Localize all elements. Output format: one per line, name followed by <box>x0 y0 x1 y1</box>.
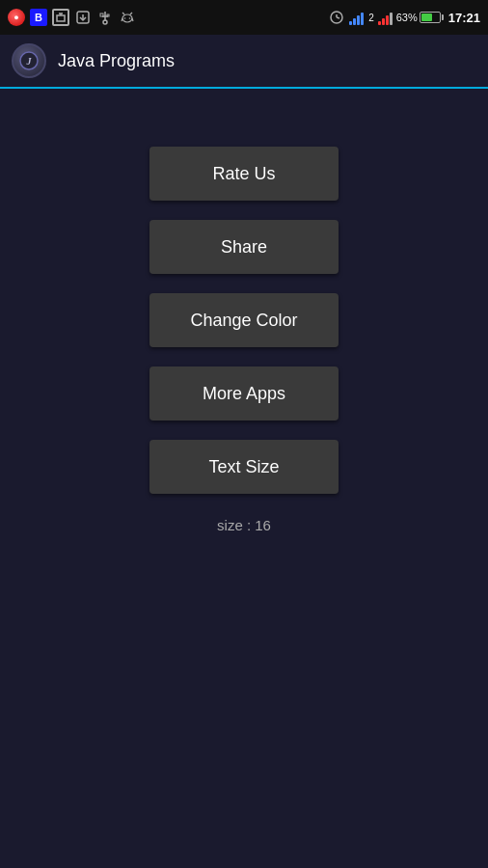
svg-point-10 <box>122 14 132 22</box>
app-header: J Java Programs <box>0 35 488 89</box>
battery-container: 63% <box>396 12 441 23</box>
usb-icon <box>96 9 114 26</box>
svg-point-9 <box>103 20 107 24</box>
battery-icon <box>420 12 441 23</box>
svg-point-16 <box>129 17 131 19</box>
svg-point-15 <box>124 17 126 19</box>
svg-rect-8 <box>107 14 109 16</box>
time-display: 17:21 <box>448 11 480 25</box>
clock-icon <box>328 9 345 26</box>
box-icon <box>52 9 69 26</box>
notification-icon: ● <box>8 9 25 26</box>
app-icon: J <box>12 43 46 78</box>
status-bar: ● B <box>0 0 488 35</box>
signal-bars-1 <box>349 10 364 25</box>
battery-fill <box>421 14 432 21</box>
b-app-icon: B <box>30 9 47 26</box>
main-content: Rate Us Share Change Color More Apps Tex… <box>0 89 488 868</box>
battery-percent: 63% <box>396 12 418 23</box>
android-icon <box>119 9 136 26</box>
status-bar-left-icons: ● B <box>8 9 136 26</box>
signal-bars-2 <box>378 10 393 25</box>
svg-line-14 <box>130 13 132 14</box>
svg-line-13 <box>122 13 124 14</box>
more-apps-button[interactable]: More Apps <box>149 366 339 420</box>
svg-rect-7 <box>100 14 103 16</box>
svg-text:J: J <box>26 56 33 67</box>
signal-number: 2 <box>368 13 374 23</box>
svg-rect-0 <box>57 15 65 21</box>
change-color-button[interactable]: Change Color <box>149 293 339 347</box>
svg-line-19 <box>337 17 339 18</box>
svg-line-11 <box>122 18 122 21</box>
svg-line-12 <box>132 18 133 21</box>
size-label: size : 16 <box>217 517 271 533</box>
app-title: Java Programs <box>58 51 175 71</box>
share-button[interactable]: Share <box>149 220 339 274</box>
status-bar-right-icons: 2 63% 17:21 <box>328 9 480 26</box>
text-size-button[interactable]: Text Size <box>149 440 339 494</box>
rate-us-button[interactable]: Rate Us <box>149 147 339 201</box>
store-icon <box>74 9 92 26</box>
